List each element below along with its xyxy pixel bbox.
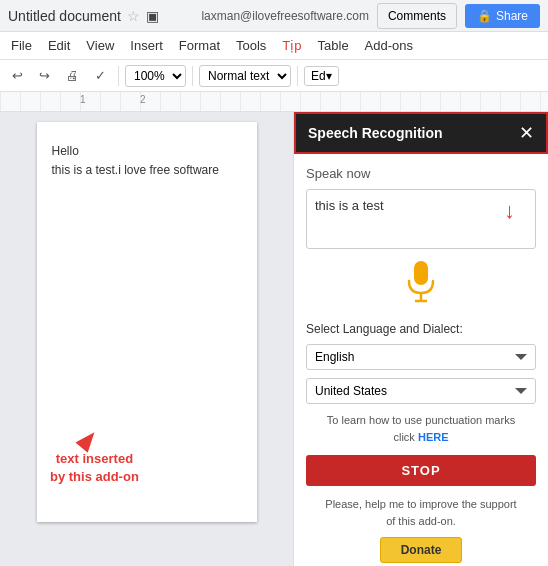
donate-button[interactable]: Donate: [380, 537, 463, 563]
menu-bar: File Edit View Insert Format Tools Tịp T…: [0, 32, 548, 60]
punctuation-text: To learn how to use punctuation marks cl…: [306, 412, 536, 445]
speech-title: Speech Recognition: [308, 125, 443, 141]
svg-rect-0: [414, 261, 428, 285]
menu-view[interactable]: View: [79, 35, 121, 56]
style-select[interactable]: Normal text: [199, 65, 291, 87]
menu-table[interactable]: Table: [311, 35, 356, 56]
annotation: text inserted by this add-on: [50, 430, 139, 486]
title-left: Untitled document ☆ ▣: [8, 8, 159, 24]
ruler: 1 2: [0, 92, 548, 112]
speech-input-box: this is a test ↓: [306, 189, 536, 249]
red-arrow-icon: ↓: [504, 198, 515, 224]
microphone-icon[interactable]: [403, 259, 439, 307]
divider-1: [118, 66, 119, 86]
menu-format[interactable]: Format: [172, 35, 227, 56]
ruler-mark-1: 1: [80, 94, 86, 105]
folder-icon[interactable]: ▣: [146, 8, 159, 24]
doc-content: Hello this is a test.i love free softwar…: [52, 142, 242, 180]
mic-container[interactable]: [306, 259, 536, 310]
menu-tools[interactable]: Tools: [229, 35, 273, 56]
stop-button[interactable]: STOP: [306, 455, 536, 486]
comments-button[interactable]: Comments: [377, 3, 457, 29]
ruler-inner: 1 2: [0, 92, 548, 111]
donate-container: Donate: [306, 537, 536, 563]
doc-title: Untitled document: [8, 8, 121, 24]
print-button[interactable]: 🖨: [60, 65, 85, 86]
menu-addons[interactable]: Add-ons: [358, 35, 420, 56]
ruler-mark-2: 2: [140, 94, 146, 105]
language-select[interactable]: English: [306, 344, 536, 370]
speech-body: Speak now this is a test ↓ Select Langua…: [294, 154, 548, 566]
share-button[interactable]: 🔒 Share: [465, 4, 540, 28]
speech-header: Speech Recognition ✕: [294, 112, 548, 154]
redo-button[interactable]: ↪: [33, 65, 56, 86]
doc-line-1: Hello: [52, 142, 242, 161]
toolbar: ↩ ↪ 🖨 ✓ 100% Normal text Ed▾: [0, 60, 548, 92]
recognized-text: this is a test: [315, 198, 384, 213]
here-link[interactable]: HERE: [418, 431, 449, 443]
help-text: Please, help me to improve the support o…: [306, 496, 536, 529]
main-area: Hello this is a test.i love free softwar…: [0, 112, 548, 566]
dialect-select[interactable]: United States: [306, 378, 536, 404]
user-email: laxman@ilovefreesoftware.com: [201, 9, 369, 23]
menu-edit[interactable]: Edit: [41, 35, 77, 56]
undo-button[interactable]: ↩: [6, 65, 29, 86]
arrow-up-icon: [75, 427, 100, 453]
doc-area: Hello this is a test.i love free softwar…: [0, 112, 293, 566]
spellcheck-button[interactable]: ✓: [89, 65, 112, 86]
divider-3: [297, 66, 298, 86]
edit-mode-button[interactable]: Ed▾: [304, 66, 339, 86]
menu-insert[interactable]: Insert: [123, 35, 170, 56]
doc-line-2: this is a test.i love free software: [52, 163, 219, 177]
speech-panel: Speech Recognition ✕ Speak now this is a…: [293, 112, 548, 566]
speech-close-button[interactable]: ✕: [519, 122, 534, 144]
lock-icon: 🔒: [477, 9, 492, 23]
zoom-select[interactable]: 100%: [125, 65, 186, 87]
lang-label: Select Language and Dialect:: [306, 322, 536, 336]
speak-now-label: Speak now: [306, 166, 536, 181]
divider-2: [192, 66, 193, 86]
menu-tip[interactable]: Tịp: [275, 35, 308, 56]
menu-file[interactable]: File: [4, 35, 39, 56]
annotation-text: text inserted by this add-on: [50, 450, 139, 486]
star-icon[interactable]: ☆: [127, 8, 140, 24]
title-right: laxman@ilovefreesoftware.com Comments 🔒 …: [201, 3, 540, 29]
title-bar: Untitled document ☆ ▣ laxman@ilovefreeso…: [0, 0, 548, 32]
